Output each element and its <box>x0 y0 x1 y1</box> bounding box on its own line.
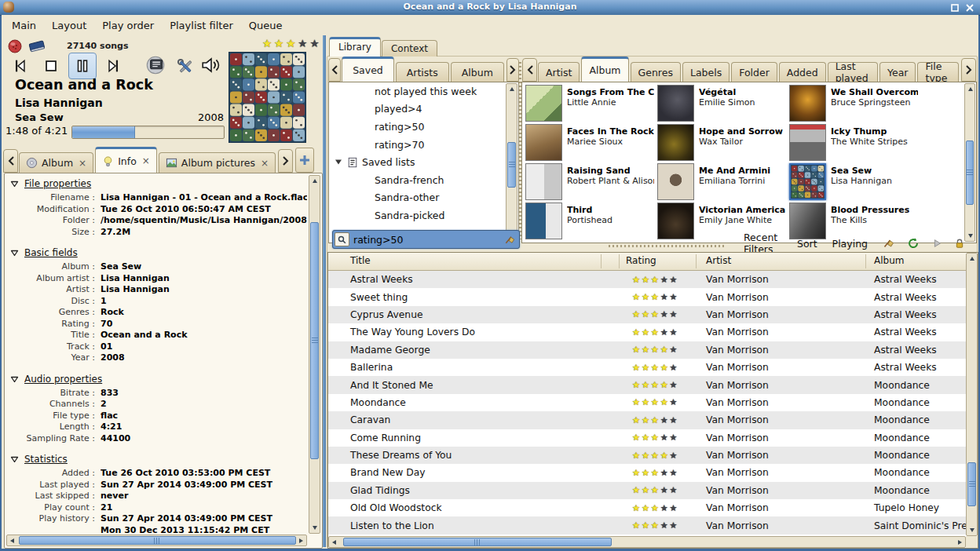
tab-added[interactable]: Added <box>779 62 826 82</box>
scrollbar-thumb[interactable] <box>507 142 516 188</box>
tab-last-played[interactable]: Last played <box>828 62 878 82</box>
album-cell-faces-in-the-rocks[interactable]: Faces In The RocksMariee Sioux <box>524 123 656 162</box>
tab-folder[interactable]: Folder <box>731 62 777 82</box>
list-item-played-4[interactable]: played>4 <box>331 100 504 119</box>
play-icon[interactable] <box>931 238 942 249</box>
list-item-not-played-this-week[interactable]: not played this week <box>331 82 504 100</box>
scrollbar-thumb[interactable] <box>19 536 296 545</box>
track-rating[interactable]: ★★★★★ <box>619 328 696 337</box>
tab-scroll-right-icon[interactable] <box>278 149 293 173</box>
tab-file-type[interactable]: File type <box>917 62 959 82</box>
track-row-and-it-stoned-me[interactable]: And It Stoned Me★★★★★Van MorrisonMoondan… <box>328 376 966 393</box>
column-header-artist[interactable]: Artist <box>706 255 731 266</box>
filter-query[interactable]: rating>50 <box>353 234 504 246</box>
filter-entry[interactable]: rating>50 <box>332 230 520 249</box>
scroll-down-icon[interactable] <box>309 523 320 533</box>
previous-button[interactable] <box>5 53 34 79</box>
clear-filter-broom-icon[interactable] <box>504 234 516 246</box>
track-row-glad-tidings[interactable]: Glad Tidings★★★★★Van MorrisonMoondance <box>328 482 966 499</box>
track-rating[interactable]: ★★★★★ <box>619 363 696 372</box>
scroll-up-icon[interactable] <box>506 84 517 94</box>
section-header-basic-fields[interactable]: Basic fields <box>10 247 307 258</box>
scrollbar[interactable] <box>309 175 320 534</box>
scrollbar[interactable] <box>328 536 966 548</box>
column-header-rating[interactable]: Rating <box>626 255 656 266</box>
track-row-old-old-woodstock[interactable]: Old Old Woodstock★★★★★Van MorrisonTupelo… <box>328 499 966 516</box>
list-item-rating-50[interactable]: rating>50 <box>331 118 504 136</box>
scroll-left-icon[interactable] <box>7 535 17 546</box>
track-row-cyprus-avenue[interactable]: Cyprus Avenue★★★★★Van MorrisonAstral Wee… <box>328 306 966 323</box>
tab-album[interactable]: Album <box>581 57 628 82</box>
tab-album-pictures[interactable]: Album pictures× <box>159 152 276 173</box>
column-header-title[interactable]: Title <box>350 255 371 266</box>
scroll-up-icon[interactable] <box>965 84 975 94</box>
scroll-down-icon[interactable] <box>967 525 977 535</box>
tab-info[interactable]: Info× <box>95 147 157 173</box>
button-playing[interactable]: Playing <box>832 238 868 250</box>
album-cell-me-and-armini[interactable]: Me And ArminiEmiliana Torrini <box>656 162 788 202</box>
section-header-audio-properties[interactable]: Audio properties <box>10 374 307 385</box>
track-rating[interactable]: ★★★★★ <box>619 469 696 477</box>
tab-scroll-left-icon[interactable] <box>522 58 537 82</box>
expander-icon[interactable] <box>10 375 19 383</box>
pause-button[interactable] <box>68 53 97 79</box>
menu-layout[interactable]: Layout <box>44 17 94 35</box>
column-separator[interactable] <box>601 254 602 268</box>
menu-main[interactable]: Main <box>4 17 44 35</box>
list-item-sandra-other[interactable]: Sandra-other <box>331 189 504 207</box>
list-item-sandra-french[interactable]: Sandra-french <box>331 171 504 189</box>
track-rating[interactable]: ★★★★★ <box>619 486 696 494</box>
tab-labels[interactable]: Labels <box>682 62 730 82</box>
track-rating[interactable]: ★★★★★ <box>619 276 696 284</box>
track-row-come-running[interactable]: Come Running★★★★★Van MorrisonMoondance <box>328 429 966 447</box>
scroll-left-icon[interactable] <box>329 537 339 547</box>
scrollbar[interactable] <box>964 83 975 242</box>
expander-icon[interactable] <box>335 159 342 166</box>
tab-close-icon[interactable]: × <box>79 158 86 169</box>
expander-icon[interactable] <box>10 249 19 257</box>
track-row-these-dreams-of-you[interactable]: These Dreams of You★★★★★Van MorrisonMoon… <box>328 447 966 464</box>
scroll-right-icon[interactable] <box>955 537 965 547</box>
track-row-ballerina[interactable]: Ballerina★★★★★Van MorrisonAstral Weeks <box>328 359 966 376</box>
track-rating[interactable]: ★★★★★ <box>619 381 696 389</box>
song-rating-stars[interactable]: ★★★★★ <box>262 38 320 49</box>
track-rating[interactable]: ★★★★★ <box>619 451 696 460</box>
scroll-right-icon[interactable] <box>296 535 306 546</box>
track-row-the-way-young-lovers-do[interactable]: The Way Young Lovers Do★★★★★Van Morrison… <box>328 323 966 341</box>
column-separator[interactable] <box>619 254 620 268</box>
broom-icon[interactable] <box>883 237 895 250</box>
tab-close-icon[interactable]: × <box>142 155 150 166</box>
scrollbar-thumb[interactable] <box>343 538 612 546</box>
scrollbar[interactable] <box>506 83 517 242</box>
maximize-button[interactable] <box>949 2 960 13</box>
scrollbar[interactable] <box>966 253 978 536</box>
tab-close-icon[interactable]: × <box>261 158 269 169</box>
tab-scroll-left-icon[interactable] <box>3 149 18 173</box>
volume-icon[interactable] <box>200 55 222 78</box>
track-row-moondance[interactable]: Moondance★★★★★Van MorrisonMoondance <box>328 394 966 411</box>
track-row-sweet-thing[interactable]: Sweet thing★★★★★Van MorrisonAstral Weeks <box>328 288 966 305</box>
menu-queue[interactable]: Queue <box>241 17 291 35</box>
column-separator[interactable] <box>696 254 697 268</box>
track-row-caravan[interactable]: Caravan★★★★★Van MorrisonMoondance <box>328 411 966 429</box>
stop-button[interactable] <box>37 53 65 79</box>
tab-album[interactable]: Album× <box>19 152 93 173</box>
section-header-file-properties[interactable]: File properties <box>10 178 307 189</box>
add-tab-button[interactable] <box>295 148 314 173</box>
column-separator[interactable] <box>865 254 866 268</box>
track-row-listen-to-the-lion[interactable]: Listen to the Lion★★★★★Van MorrisonSaint… <box>328 516 966 534</box>
track-rating[interactable]: ★★★★★ <box>619 433 696 442</box>
menu-playlist-filter[interactable]: Playlist filter <box>162 17 241 35</box>
tab-artist[interactable]: Artist <box>538 62 580 82</box>
expander-icon[interactable] <box>10 180 19 188</box>
refresh-icon[interactable] <box>907 237 920 250</box>
lock-icon[interactable] <box>954 238 965 250</box>
track-rating[interactable]: ★★★★★ <box>619 416 696 425</box>
scrollbar[interactable] <box>6 535 307 546</box>
album-art[interactable] <box>229 52 306 143</box>
search-icon[interactable] <box>335 232 349 246</box>
expander-icon[interactable] <box>10 455 19 463</box>
scroll-up-icon[interactable] <box>967 254 977 264</box>
next-button[interactable] <box>100 53 128 79</box>
list-item-sandra-picked[interactable]: Sandra-picked <box>331 206 504 224</box>
